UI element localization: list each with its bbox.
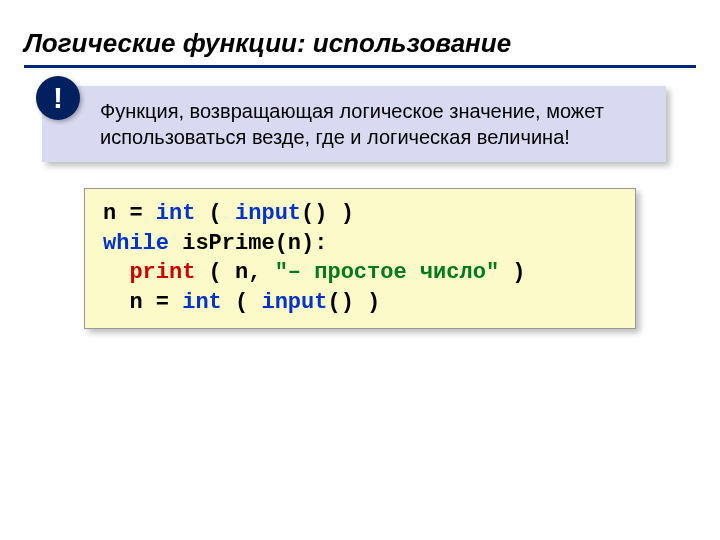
code-text: n = — [103, 201, 156, 226]
code-indent — [103, 260, 129, 285]
kw-while: while — [103, 231, 169, 256]
code-text: () ) — [301, 201, 354, 226]
string-literal: "– простое число" — [275, 260, 499, 285]
code-indent — [103, 290, 129, 315]
info-callout: ! Функция, возвращающая логическое значе… — [42, 86, 666, 162]
kw-print: print — [129, 260, 195, 285]
code-text: isPrime(n): — [169, 231, 327, 256]
slide-title: Логические функции: использование — [24, 28, 696, 68]
code-text: n = — [129, 290, 182, 315]
code-snippet: n = int ( input() ) while isPrime(n): pr… — [84, 188, 636, 329]
kw-input: input — [261, 290, 327, 315]
code-text: ( n, — [195, 260, 274, 285]
info-text: Функция, возвращающая логическое значени… — [42, 86, 666, 162]
code-text: ( — [195, 201, 235, 226]
kw-int: int — [182, 290, 222, 315]
exclamation-icon: ! — [36, 76, 80, 120]
code-text: ) — [499, 260, 552, 285]
kw-input: input — [235, 201, 301, 226]
kw-int: int — [156, 201, 196, 226]
code-text: ( — [222, 290, 262, 315]
code-text: () ) — [327, 290, 380, 315]
